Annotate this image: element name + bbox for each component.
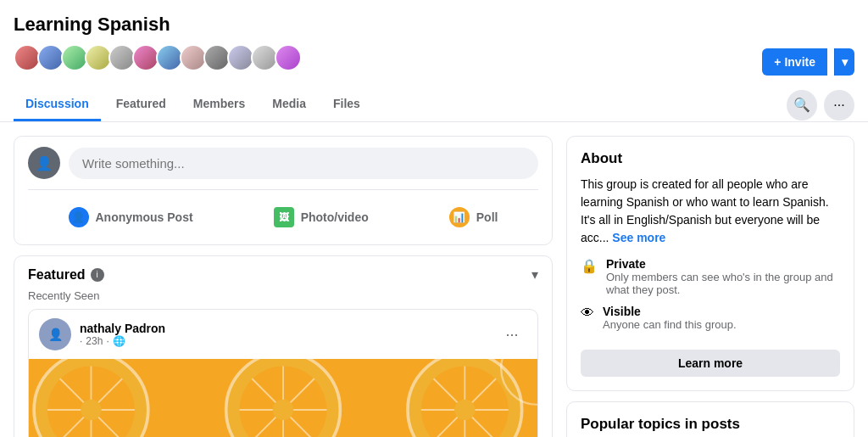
tab-featured[interactable]: Featured	[104, 88, 178, 121]
ellipsis-icon: ···	[833, 98, 844, 113]
right-column: About This group is created for all peop…	[566, 136, 854, 437]
tab-files[interactable]: Files	[321, 88, 372, 121]
user-icon: 👤	[36, 155, 53, 171]
poll-icon: 📊	[449, 207, 470, 227]
post-ellipsis-icon: ···	[505, 326, 518, 344]
globe-icon: 🌐	[113, 335, 125, 347]
avatar-icon: 👤	[48, 328, 63, 341]
featured-title-row: Featured i	[28, 267, 104, 283]
privacy-label: Private	[606, 257, 840, 271]
anonymous-icon: 👤	[69, 207, 89, 227]
group-title: Learning Spanish	[14, 14, 854, 36]
post-time-dot: ·	[106, 335, 108, 347]
about-visible-item: 👁 Visible Anyone can find this group.	[581, 305, 840, 331]
about-title: About	[581, 150, 840, 167]
citrus-image	[29, 359, 537, 437]
left-column: 👤 👤 Anonymous Post 🖼 Photo/video 📊	[14, 136, 553, 437]
post-author-name: nathaly Padron	[80, 322, 488, 335]
tab-media[interactable]: Media	[260, 88, 318, 121]
post-author-info: nathaly Padron · 23h · 🌐	[80, 322, 488, 347]
nav-tabs: Discussion Featured Members Media Files …	[14, 88, 854, 121]
eye-icon: 👁	[581, 305, 594, 321]
post-actions-row: 👤 Anonymous Post 🖼 Photo/video 📊 Poll	[28, 200, 538, 234]
more-options-button[interactable]: ···	[824, 90, 854, 120]
nav-right-icons: 🔍 ···	[787, 90, 854, 120]
post-meta: · 23h · 🌐	[80, 335, 488, 347]
poll-button[interactable]: 📊 Poll	[436, 200, 512, 234]
post-card-header: 👤 nathaly Padron · 23h · 🌐	[29, 310, 537, 359]
featured-title: Featured	[28, 267, 86, 283]
post-time: ·	[80, 335, 82, 347]
visible-desc: Anyone can find this group.	[603, 318, 737, 331]
tab-members[interactable]: Members	[181, 88, 257, 121]
post-card-image	[29, 359, 537, 437]
search-icon: 🔍	[793, 97, 810, 113]
photo-video-button[interactable]: 🖼 Photo/video	[260, 200, 382, 234]
info-icon[interactable]: i	[91, 268, 104, 282]
lock-icon: 🔒	[581, 258, 598, 274]
see-more-link[interactable]: See more	[612, 231, 665, 244]
about-privacy-item: 🔒 Private Only members can see who's in …	[581, 257, 840, 296]
post-more-button[interactable]: ···	[497, 319, 527, 350]
featured-section: Featured i ▾ Recently Seen 👤 nathaly Pad…	[14, 255, 553, 437]
featured-header: Featured i ▾	[28, 266, 538, 283]
svg-point-7	[81, 400, 101, 420]
invite-dropdown-button[interactable]: ▾	[834, 48, 854, 76]
learn-more-button[interactable]: Learn more	[581, 350, 840, 377]
svg-point-21	[454, 400, 475, 420]
recently-seen-label: Recently Seen	[28, 289, 538, 302]
post-card: 👤 nathaly Padron · 23h · 🌐	[28, 309, 538, 437]
post-box: 👤 👤 Anonymous Post 🖼 Photo/video 📊	[14, 136, 553, 245]
post-time-value: 23h	[86, 335, 103, 347]
tab-discussion[interactable]: Discussion	[14, 88, 101, 121]
photo-icon: 🖼	[274, 207, 294, 227]
post-input-row: 👤	[28, 147, 538, 190]
privacy-desc: Only members can see who's in the group …	[606, 271, 840, 296]
avatar	[275, 44, 302, 71]
about-card: About This group is created for all peop…	[566, 136, 854, 391]
anonymous-post-button[interactable]: 👤 Anonymous Post	[55, 200, 207, 234]
about-description: This group is created for all people who…	[581, 176, 840, 247]
user-avatar: 👤	[28, 147, 60, 179]
post-author-avatar: 👤	[39, 318, 71, 350]
post-input[interactable]	[69, 148, 538, 179]
svg-point-14	[273, 400, 293, 420]
featured-collapse-icon[interactable]: ▾	[531, 266, 538, 283]
invite-button[interactable]: + Invite	[762, 48, 827, 76]
popular-topics-card: Popular topics in posts Easy to learn (2…	[566, 401, 854, 437]
chevron-down-icon: ▾	[842, 55, 848, 69]
search-button[interactable]: 🔍	[787, 90, 817, 120]
member-avatars	[14, 44, 302, 71]
popular-topics-title: Popular topics in posts	[581, 416, 840, 433]
main-content: 👤 👤 Anonymous Post 🖼 Photo/video 📊	[0, 122, 868, 437]
visible-label: Visible	[603, 305, 737, 318]
header-actions: + Invite ▾	[762, 48, 854, 76]
